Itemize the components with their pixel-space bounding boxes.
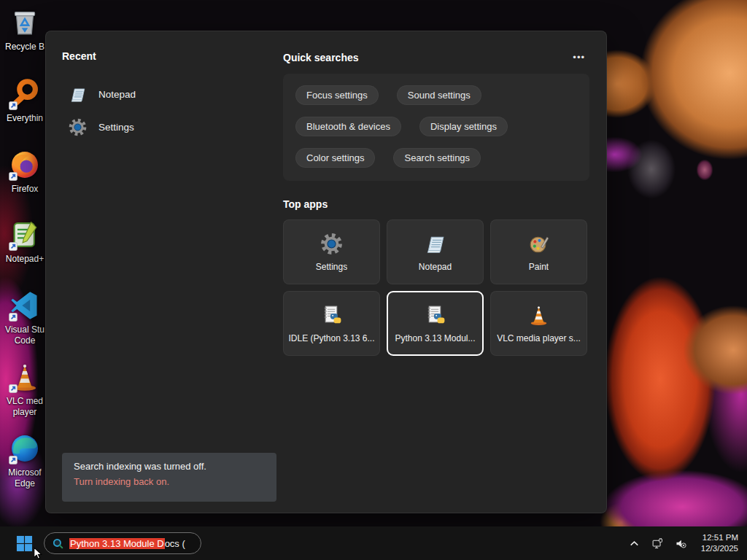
pill-bluetooth-devices[interactable]: Bluetooth & devices (295, 117, 401, 136)
system-tray: 12:51 PM 12/3/2025 (625, 532, 747, 554)
gear-icon (320, 232, 344, 256)
paint-palette-icon (527, 232, 551, 256)
recent-item-notepad[interactable]: Notepad (62, 78, 266, 111)
gear-icon (68, 117, 88, 137)
search-flyout-panel: Recent Notepad Settings Quick searches •… (45, 31, 607, 513)
pill-display-settings[interactable]: Display settings (419, 117, 508, 136)
pill-color-settings[interactable]: Color settings (295, 148, 375, 168)
volume-muted-icon (675, 537, 687, 550)
top-app-settings[interactable]: Settings (283, 219, 380, 284)
top-app-label: Settings (316, 262, 347, 272)
top-app-vlc[interactable]: VLC media player s... (490, 291, 587, 356)
desktop-icon-label: Notepad+ (6, 254, 44, 265)
desktop-icon-label: Everythin (7, 113, 43, 124)
quick-searches-title: Quick searches (283, 52, 359, 63)
desktop-icon-label: Visual Stu Code (5, 324, 44, 346)
python-document-icon (423, 303, 447, 327)
top-app-label: Paint (529, 262, 549, 272)
desktop-icon-notepad-plus-plus[interactable]: Notepad+ (1, 218, 49, 265)
desktop-icon-recycle-bin[interactable]: Recycle B (1, 6, 49, 52)
notepad-icon (68, 85, 88, 104)
recent-item-settings[interactable]: Settings (62, 111, 266, 144)
top-apps-grid: Settings Notepad Paint IDLE (Python 3.13… (283, 219, 589, 356)
quick-searches-box: Focus settings Sound settings Bluetooth … (283, 74, 589, 181)
indexing-notice-link[interactable]: Turn indexing back on. (74, 476, 265, 487)
clock-date: 12/3/2025 (701, 543, 738, 554)
recent-item-label: Settings (98, 122, 134, 133)
vlc-cone-icon (527, 303, 551, 327)
shortcut-arrow-icon (9, 456, 18, 464)
taskbar: Python 3.13 Module Docs ( 12:51 PM 12/3/… (0, 526, 747, 560)
shortcut-arrow-icon (9, 384, 18, 393)
desktop-icon-label: VLC med player (7, 396, 43, 418)
desktop-icon-edge[interactable]: Microsof Edge (1, 432, 49, 489)
windows-logo-icon (16, 535, 33, 552)
top-app-label: Python 3.13 Modul... (395, 333, 475, 343)
volume-tray-button[interactable] (672, 534, 691, 553)
search-icon (52, 537, 64, 550)
mouse-cursor (32, 547, 43, 560)
desktop-icon-label: Firefox (12, 184, 39, 195)
search-text-rest: ocs ( (165, 538, 185, 549)
search-text-selected: Python 3.13 Module D (69, 538, 165, 549)
top-app-paint[interactable]: Paint (490, 219, 587, 284)
network-tray-button[interactable] (649, 534, 667, 553)
top-app-idle-python[interactable]: IDLE (Python 3.13 6... (283, 291, 380, 356)
top-app-label: IDLE (Python 3.13 6... (288, 333, 374, 343)
top-apps-title: Top apps (283, 198, 328, 210)
taskbar-clock[interactable]: 12:51 PM 12/3/2025 (701, 532, 738, 554)
pill-focus-settings[interactable]: Focus settings (295, 85, 379, 105)
shortcut-arrow-icon (9, 242, 18, 251)
shortcut-arrow-icon (9, 101, 18, 110)
more-options-button[interactable]: ••• (568, 50, 589, 64)
top-app-python-module-docs[interactable]: Python 3.13 Modul... (387, 291, 484, 356)
desktop-icon-everything[interactable]: Everythin (1, 77, 49, 124)
desktop-icon-label: Microsof Edge (8, 467, 41, 489)
pill-search-settings[interactable]: Search settings (393, 148, 481, 168)
recent-title: Recent (62, 50, 266, 62)
hidden-icons-chevron[interactable] (625, 534, 644, 553)
desktop-icon-vscode[interactable]: Visual Stu Code (1, 289, 49, 346)
top-app-label: Notepad (419, 262, 452, 272)
recycle-bin-icon (8, 6, 42, 39)
desktop-icon-vlc[interactable]: VLC med player (1, 360, 49, 418)
shortcut-arrow-icon (9, 313, 18, 322)
ethernet-display-icon (651, 537, 664, 550)
indexing-notice-message: Search indexing was turned off. (74, 461, 265, 472)
recent-section: Recent Notepad Settings (62, 50, 266, 144)
search-box-text: Python 3.13 Module Docs ( (69, 538, 185, 549)
notepad-icon (423, 232, 447, 256)
recent-item-label: Notepad (98, 89, 136, 100)
chevron-up-icon (628, 537, 640, 550)
top-app-notepad[interactable]: Notepad (387, 219, 484, 284)
desktop-icon-firefox[interactable]: Firefox (1, 148, 49, 195)
python-document-icon (320, 303, 344, 327)
top-app-label: VLC media player s... (497, 333, 581, 343)
shortcut-arrow-icon (9, 172, 18, 181)
clock-time: 12:51 PM (701, 532, 738, 543)
taskbar-search-box[interactable]: Python 3.13 Module Docs ( (44, 532, 201, 554)
desktop-icon-label: Recycle B (5, 42, 44, 52)
indexing-notice: Search indexing was turned off. Turn ind… (62, 453, 276, 502)
pill-sound-settings[interactable]: Sound settings (397, 85, 481, 105)
